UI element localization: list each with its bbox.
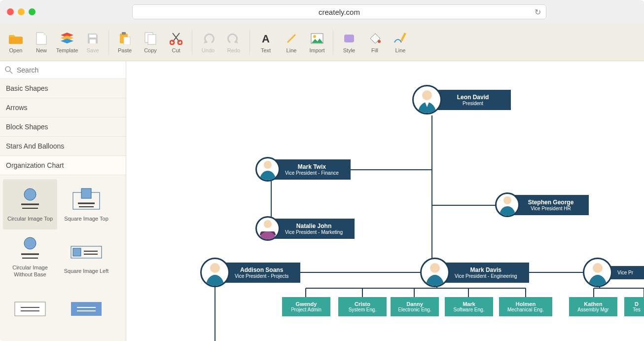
- shape-preview-6[interactable]: [59, 284, 113, 334]
- svg-point-60: [593, 263, 603, 273]
- search-icon: [5, 66, 13, 74]
- svg-point-56: [503, 196, 511, 204]
- svg-text:A: A: [262, 33, 270, 44]
- shape-gallery: Circular Image Top Square Image Top Circ…: [0, 175, 126, 338]
- svg-point-59: [430, 263, 440, 273]
- fill-icon: [368, 32, 382, 45]
- minimize-window-button[interactable]: [18, 8, 25, 15]
- avatar-icon: [255, 216, 280, 241]
- save-button[interactable]: Save: [80, 27, 106, 58]
- undo-button[interactable]: Undo: [195, 27, 221, 58]
- app-window: creately.com ↻ Open New Template Save Pa…: [0, 0, 644, 341]
- org-node-president[interactable]: Leon DavidPresident: [412, 85, 511, 114]
- text-tool-button[interactable]: AText: [253, 27, 279, 58]
- org-node-vp-hr[interactable]: Stephen GeorgeVice President HR: [495, 192, 589, 217]
- shape-circular-image-top[interactable]: Circular Image Top: [3, 179, 57, 229]
- category-basic-shapes[interactable]: Basic Shapes: [0, 79, 126, 98]
- cut-button[interactable]: Cut: [163, 27, 189, 58]
- category-stars-balloons[interactable]: Stars And Balloons: [0, 137, 126, 156]
- svg-line-10: [287, 35, 295, 42]
- shape-square-image-left[interactable]: Square Image Left: [59, 231, 113, 282]
- category-arrows[interactable]: Arrows: [0, 98, 126, 117]
- line-icon: [285, 32, 298, 45]
- new-file-icon: [35, 32, 48, 45]
- style-icon: [342, 32, 356, 45]
- avatar-icon: [255, 157, 280, 182]
- org-node-vp-projects[interactable]: Addison SoansVice President - Projects: [200, 258, 300, 287]
- svg-rect-4: [124, 37, 130, 45]
- line-style-button[interactable]: Line: [388, 27, 413, 58]
- close-window-button[interactable]: [7, 8, 14, 15]
- svg-point-17: [24, 189, 36, 200]
- toolbar-separator: [108, 30, 109, 55]
- reload-icon[interactable]: ↻: [535, 7, 541, 17]
- address-bar-container: creately.com ↻: [41, 4, 637, 19]
- svg-point-12: [313, 35, 316, 38]
- pencil-icon: [394, 32, 407, 45]
- template-icon: [60, 32, 74, 45]
- fill-button[interactable]: Fill: [362, 27, 388, 58]
- toolbar-separator: [250, 30, 250, 55]
- shape-square-image-top[interactable]: Square Image Top: [59, 179, 113, 229]
- avatar-icon: [583, 258, 612, 287]
- new-button[interactable]: New: [29, 27, 54, 58]
- cut-icon: [169, 32, 183, 45]
- canvas[interactable]: Leon DavidPresident Mark TwixVice Presid…: [126, 61, 644, 341]
- toolbar-separator: [192, 30, 192, 55]
- svg-point-55: [264, 161, 272, 169]
- svg-point-14: [378, 40, 381, 43]
- org-leaf-danny[interactable]: DannyElectronic Eng.: [391, 297, 439, 316]
- category-block-shapes[interactable]: Block Shapes: [0, 117, 126, 137]
- copy-button[interactable]: Copy: [138, 27, 163, 58]
- text-icon: A: [259, 32, 273, 45]
- redo-icon: [227, 32, 241, 45]
- toolbar: Open New Template Save Paste Copy Cut Un…: [0, 24, 644, 61]
- org-leaf-kathen[interactable]: KathenAssembly Mgr: [569, 297, 617, 316]
- shapes-sidebar: Basic Shapes Arrows Block Shapes Stars A…: [0, 61, 126, 341]
- copy-icon: [143, 32, 157, 45]
- style-button[interactable]: Style: [336, 27, 362, 58]
- org-leaf-cristo[interactable]: CristoSystem Eng.: [338, 297, 387, 316]
- org-node-vp-marketing[interactable]: Natalie JohnVice President - Marketing: [255, 216, 355, 241]
- search-row: [0, 61, 126, 79]
- window-controls: [7, 8, 36, 15]
- svg-point-54: [422, 90, 432, 100]
- org-node-vp-finance[interactable]: Mark TwixVice President - Finance: [255, 157, 351, 182]
- org-leaf-mark[interactable]: MarkSoftware Eng.: [445, 297, 493, 316]
- redo-button[interactable]: Redo: [221, 27, 247, 58]
- svg-rect-28: [73, 248, 81, 256]
- svg-rect-13: [344, 35, 354, 42]
- svg-rect-21: [81, 189, 91, 198]
- shape-circular-no-base[interactable]: Circular Image Without Base: [3, 231, 57, 282]
- avatar-icon: [420, 258, 450, 287]
- main-area: Basic Shapes Arrows Block Shapes Stars A…: [0, 61, 644, 341]
- svg-rect-31: [15, 302, 45, 316]
- save-icon: [86, 32, 100, 45]
- org-node-vp-engineering[interactable]: Mark DavisVice President - Engineering: [420, 258, 529, 287]
- svg-point-58: [210, 263, 220, 273]
- category-org-chart[interactable]: Organization Chart: [0, 156, 126, 175]
- org-leaf-holmen[interactable]: HolmenMechanical Eng.: [499, 297, 552, 316]
- org-leaf-gwendy[interactable]: GwendyProject Admin: [282, 297, 330, 316]
- toolbar-separator: [333, 30, 333, 55]
- svg-rect-1: [90, 39, 96, 43]
- maximize-window-button[interactable]: [29, 8, 36, 15]
- line-tool-button[interactable]: Line: [279, 27, 304, 58]
- address-bar[interactable]: creately.com ↻: [132, 4, 546, 19]
- search-input[interactable]: [17, 66, 121, 74]
- svg-point-57: [264, 220, 272, 228]
- org-node-vp-partial[interactable]: Vice Pr: [583, 258, 644, 287]
- org-leaf-partial[interactable]: DTes: [624, 297, 644, 316]
- template-button[interactable]: Template: [54, 27, 80, 58]
- undo-icon: [201, 32, 215, 45]
- svg-rect-34: [71, 302, 102, 316]
- svg-rect-3: [122, 32, 126, 35]
- open-button[interactable]: Open: [3, 27, 29, 58]
- avatar-icon: [412, 85, 442, 114]
- import-button[interactable]: Import: [304, 27, 330, 58]
- avatar-icon: [200, 258, 230, 287]
- svg-rect-6: [148, 35, 156, 44]
- shape-preview-5[interactable]: [3, 284, 57, 334]
- svg-line-16: [10, 71, 12, 74]
- paste-button[interactable]: Paste: [112, 27, 138, 58]
